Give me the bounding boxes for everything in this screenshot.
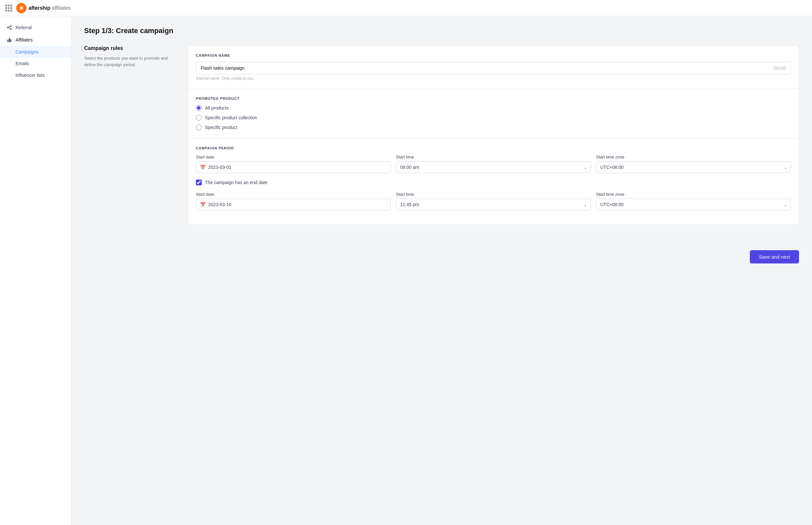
has-end-date-row: The campaign has an end date — [196, 180, 791, 185]
grid-icon[interactable] — [5, 4, 12, 12]
thumb-icon — [6, 37, 12, 43]
start-time-select[interactable]: 08:00 am 09:00 am 12:00 pm — [396, 161, 591, 173]
start-date-input[interactable]: 📅 2023-03-01 — [196, 161, 391, 173]
radio-specific-collection[interactable] — [196, 115, 202, 121]
end-tz-select-wrap: UTC+08:00 UTC+00:00 UTC-05:00 — [596, 199, 791, 210]
radio-all-products[interactable] — [196, 105, 202, 111]
start-date-field: Start date 📅 2023-03-01 — [196, 154, 391, 173]
campaign-period-label: CAMPAIGN PERIOD — [196, 146, 791, 150]
content-grid: Campaign rules Select the products you w… — [84, 45, 799, 225]
char-count: 20/100 — [769, 66, 791, 71]
start-tz-field: Start time zone UTC+08:00 UTC+00:00 UTC-… — [596, 154, 791, 173]
radio-item-specific-collection[interactable]: Specific product collection — [196, 115, 791, 121]
left-panel: Campaign rules Select the products you w… — [84, 45, 175, 225]
sidebar-item-referral[interactable]: Referral — [0, 21, 71, 34]
campaign-period-section: CAMPAIGN PERIOD Start date 📅 2023-03-01 … — [188, 138, 799, 225]
radio-item-all-products[interactable]: All products — [196, 105, 791, 111]
share-icon — [6, 25, 12, 30]
logo-svg — [16, 3, 27, 13]
end-tz-field: Start time zone UTC+08:00 UTC+00:00 UTC-… — [596, 192, 791, 210]
start-tz-select-wrap: UTC+08:00 UTC+00:00 UTC-05:00 — [596, 161, 791, 173]
end-time-select[interactable]: 11:45 pm 08:00 am 12:00 pm — [396, 199, 591, 210]
end-time-field: Start time 11:45 pm 08:00 am 12:00 pm — [396, 192, 591, 210]
campaign-name-helper: Internal name. Only visible to you. — [196, 76, 791, 81]
start-time-field: Start time 08:00 am 09:00 am 12:00 pm — [396, 154, 591, 173]
sidebar-item-campaigns-label: Campaigns — [16, 49, 38, 55]
promoted-product-section: PROMOTED PRODUCT All products Specific p… — [188, 89, 799, 138]
campaign-rules-heading: Campaign rules — [84, 45, 175, 51]
campaign-name-input-row: 20/100 — [196, 62, 791, 74]
end-tz-label: Start time zone — [596, 192, 791, 197]
radio-specific-product-label: Specific product — [205, 125, 237, 130]
logo-text: aftership affiliates — [29, 5, 71, 11]
footer-bar: Save and next — [84, 245, 799, 264]
campaign-name-label: CAMPAIGN NAME — [196, 54, 791, 57]
content-divider — [84, 234, 799, 234]
end-time-select-wrap: 11:45 pm 08:00 am 12:00 pm — [396, 199, 591, 210]
campaign-rules-description: Select the products you want to promote … — [84, 55, 175, 68]
start-date-label: Start date — [196, 154, 391, 160]
has-end-date-checkbox[interactable] — [196, 180, 202, 185]
radio-all-products-label: All products — [205, 105, 229, 110]
end-date-label: Start date — [196, 192, 391, 197]
end-time-label: Start time — [396, 192, 591, 197]
start-tz-select[interactable]: UTC+08:00 UTC+00:00 UTC-05:00 — [596, 161, 791, 173]
start-tz-label: Start time zone — [596, 154, 791, 160]
sidebar-item-emails[interactable]: Emails — [0, 58, 71, 69]
radio-item-specific-product[interactable]: Specific product — [196, 124, 791, 130]
sidebar-item-affiliates[interactable]: Affiliates — [0, 34, 71, 46]
start-time-label: Start time — [396, 154, 591, 160]
main-content: Step 1/3: Create campaign Campaign rules… — [71, 16, 812, 525]
sidebar: Referral Affiliates Campaigns Emails Inf… — [0, 16, 71, 525]
end-tz-select[interactable]: UTC+08:00 UTC+00:00 UTC-05:00 — [596, 199, 791, 210]
promoted-product-radio-group: All products Specific product collection… — [196, 105, 791, 130]
promoted-product-label: PROMOTED PRODUCT — [196, 96, 791, 101]
save-and-next-button[interactable]: Save and next — [750, 250, 799, 264]
end-date-value: 2023-03-10 — [208, 202, 232, 207]
sidebar-item-affiliates-label: Affiliates — [16, 37, 33, 43]
radio-specific-product[interactable] — [196, 124, 202, 130]
campaign-card: CAMPAIGN NAME 20/100 Internal name. Only… — [188, 45, 799, 225]
sidebar-item-emails-label: Emails — [16, 61, 29, 66]
end-date-field: Start date 📅 2023-03-10 — [196, 192, 391, 210]
start-date-value: 2023-03-01 — [208, 165, 232, 170]
start-period-row: Start date 📅 2023-03-01 Start time 08:00… — [196, 154, 791, 173]
page-title: Step 1/3: Create campaign — [84, 27, 799, 35]
top-bar: aftership affiliates — [0, 0, 812, 16]
sidebar-item-campaigns[interactable]: Campaigns — [0, 46, 71, 58]
sidebar-item-referral-label: Referral — [16, 25, 32, 30]
campaign-name-section: CAMPAIGN NAME 20/100 Internal name. Only… — [188, 46, 799, 89]
campaign-name-input[interactable] — [196, 62, 769, 74]
logo: aftership affiliates — [16, 3, 71, 13]
start-time-select-wrap: 08:00 am 09:00 am 12:00 pm — [396, 161, 591, 173]
calendar-icon-start: 📅 — [200, 165, 206, 170]
end-period-row: Start date 📅 2023-03-10 Start time 11:45… — [196, 192, 791, 210]
calendar-icon-end: 📅 — [200, 202, 206, 207]
sidebar-item-influencer-lists[interactable]: Influencer lists — [0, 69, 71, 81]
radio-specific-collection-label: Specific product collection — [205, 115, 257, 120]
sidebar-item-influencer-lists-label: Influencer lists — [16, 73, 44, 78]
has-end-date-label[interactable]: The campaign has an end date — [205, 180, 267, 185]
end-date-input[interactable]: 📅 2023-03-10 — [196, 199, 391, 210]
